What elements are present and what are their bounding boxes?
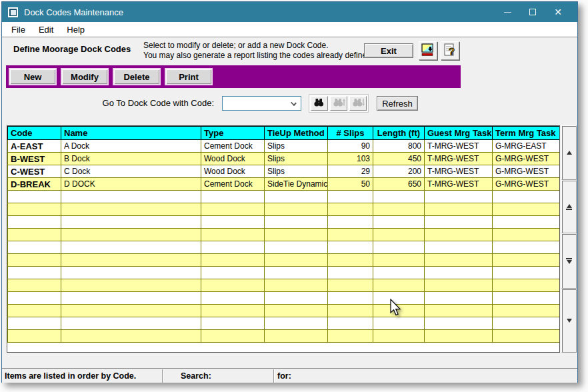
goto-section: Go To Dock Code with Code: Refresh (2, 94, 577, 114)
refresh-button[interactable]: Refresh (377, 96, 418, 111)
column-header-term-mrg-task[interactable]: Term Mrg Task (493, 127, 560, 140)
toolbar-print-button[interactable]: Print (165, 68, 213, 85)
table-row-empty[interactable] (8, 305, 560, 317)
column-header--slips[interactable]: # Slips (328, 127, 373, 140)
cell (61, 317, 201, 330)
maximize-button[interactable] (520, 2, 545, 22)
cell (265, 229, 328, 241)
cell (265, 203, 328, 216)
cell (201, 241, 265, 254)
cell (8, 317, 61, 330)
help-button[interactable]: ? (441, 41, 459, 60)
column-header-guest-mrg-task[interactable]: Guest Mrg Task (425, 127, 493, 140)
table-row-empty[interactable] (8, 203, 560, 216)
cell (61, 254, 201, 267)
cell (265, 254, 328, 267)
toolbar-delete-button[interactable]: Delete (113, 68, 161, 85)
find-previous-button[interactable] (330, 96, 347, 111)
cell (328, 279, 373, 292)
table-row-empty[interactable] (8, 229, 560, 241)
cell (8, 216, 61, 229)
dock-codes-maintenance-window: Dock Codes Maintenance ✕ FileEditHelp De… (1, 1, 578, 383)
table-row-empty[interactable] (8, 267, 560, 279)
status-divider (162, 369, 163, 383)
dock-code-combobox[interactable] (222, 96, 301, 111)
menu-file[interactable]: File (5, 25, 32, 35)
status-for-label: for: (277, 371, 291, 381)
cell (265, 241, 328, 254)
cell (265, 191, 328, 203)
table-header-row: CodeNameTypeTieUp Method# SlipsLength (f… (8, 127, 560, 140)
cell (265, 292, 328, 305)
cell (328, 254, 373, 267)
cell (425, 279, 493, 292)
mouse-cursor (389, 299, 403, 320)
cell (8, 292, 61, 305)
cell (493, 254, 560, 267)
title-bar[interactable]: Dock Codes Maintenance ✕ (2, 2, 577, 22)
cell (8, 203, 61, 216)
cell (328, 267, 373, 279)
cell (328, 241, 373, 254)
cell: T-MRG-WEST (425, 165, 493, 178)
cell: Cement Dock (201, 140, 265, 153)
cell: B Dock (61, 153, 201, 165)
cell: T-MRG-WEST (425, 178, 493, 191)
column-header-name[interactable]: Name (61, 127, 201, 140)
menu-edit[interactable]: Edit (32, 25, 60, 35)
cell (61, 203, 201, 216)
find-button-group (309, 94, 369, 113)
binoculars-down-icon (352, 97, 365, 109)
instruction-line-1: Select to modify or delete; or add a new… (143, 41, 373, 51)
table-row-empty[interactable] (8, 279, 560, 292)
column-header-tieup-method[interactable]: TieUp Method (265, 127, 328, 140)
cell (201, 317, 265, 330)
cell: Wood Dock (201, 153, 265, 165)
cell: 650 (373, 178, 425, 191)
chevron-down-icon[interactable] (291, 100, 297, 106)
cell: 200 (373, 165, 425, 178)
bar-icon (566, 258, 572, 259)
cell: SideTie Dynamic (265, 178, 328, 191)
cell (61, 216, 201, 229)
minimize-icon (504, 12, 511, 13)
table-row-empty[interactable] (8, 191, 560, 203)
cell: G-MRG-WEST (493, 153, 560, 165)
table-row-empty[interactable] (8, 241, 560, 254)
column-header-code[interactable]: Code (8, 127, 61, 140)
page-up-button[interactable] (561, 180, 577, 233)
column-header-length-ft-[interactable]: Length (ft) (373, 127, 425, 140)
find-next-button[interactable] (349, 96, 367, 111)
cell (493, 330, 560, 343)
scroll-up-button[interactable] (561, 125, 577, 180)
find-button[interactable] (311, 96, 328, 111)
cell (373, 191, 425, 203)
close-icon: ✕ (554, 7, 562, 17)
cell (425, 229, 493, 241)
scroll-down-button[interactable] (561, 289, 577, 353)
section-title: Define Moorage Dock Codes (13, 44, 131, 54)
minimize-button[interactable] (495, 2, 520, 22)
page-down-button[interactable] (561, 233, 577, 289)
exit-button[interactable]: Exit (364, 43, 413, 58)
column-header-type[interactable]: Type (201, 127, 265, 140)
close-button[interactable]: ✕ (545, 2, 571, 22)
table-row-empty[interactable] (8, 254, 560, 267)
cell (61, 267, 201, 279)
table-row-empty[interactable] (8, 216, 560, 229)
menu-help[interactable]: Help (60, 25, 91, 35)
cell (373, 267, 425, 279)
toolbar-new-button[interactable]: New (9, 68, 57, 85)
print-report-button[interactable] (419, 41, 437, 60)
table-row-empty[interactable] (8, 317, 560, 330)
table-row[interactable]: D-BREAKD DOCKCement DockSideTie Dynamic5… (8, 178, 560, 191)
toolbar-modify-button[interactable]: Modify (61, 68, 109, 85)
cell (493, 292, 560, 305)
table-row-empty[interactable] (8, 292, 560, 305)
table-row[interactable]: B-WESTB DockWood DockSlips103450T-MRG-WE… (8, 153, 560, 165)
cell (493, 229, 560, 241)
table-row[interactable]: A-EASTA DockCement DockSlips90800T-MRG-W… (8, 140, 560, 153)
table-row-empty[interactable] (8, 330, 560, 343)
table-row[interactable]: C-WESTC DockWood DockSlips29200T-MRG-WES… (8, 165, 560, 178)
cell: G-MRG-EAST (493, 140, 560, 153)
